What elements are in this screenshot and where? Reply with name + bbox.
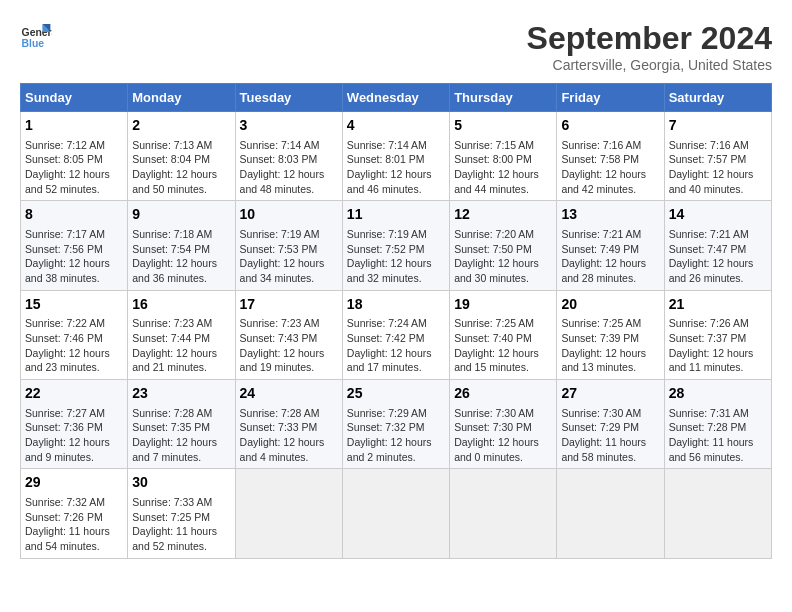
day-number: 16	[132, 295, 230, 315]
day-number: 24	[240, 384, 338, 404]
day-info: Sunrise: 7:26 AM Sunset: 7:37 PM Dayligh…	[669, 316, 767, 375]
table-row: 17 Sunrise: 7:23 AM Sunset: 7:43 PM Dayl…	[235, 290, 342, 379]
header-saturday: Saturday	[664, 84, 771, 112]
day-number: 6	[561, 116, 659, 136]
page-header: General Blue September 2024 Cartersville…	[20, 20, 772, 73]
day-number: 5	[454, 116, 552, 136]
table-row: 19 Sunrise: 7:25 AM Sunset: 7:40 PM Dayl…	[450, 290, 557, 379]
day-info: Sunrise: 7:28 AM Sunset: 7:35 PM Dayligh…	[132, 406, 230, 465]
table-row: 21 Sunrise: 7:26 AM Sunset: 7:37 PM Dayl…	[664, 290, 771, 379]
day-number: 23	[132, 384, 230, 404]
table-row: 23 Sunrise: 7:28 AM Sunset: 7:35 PM Dayl…	[128, 380, 235, 469]
day-info: Sunrise: 7:28 AM Sunset: 7:33 PM Dayligh…	[240, 406, 338, 465]
day-info: Sunrise: 7:21 AM Sunset: 7:47 PM Dayligh…	[669, 227, 767, 286]
table-row: 25 Sunrise: 7:29 AM Sunset: 7:32 PM Dayl…	[342, 380, 449, 469]
day-info: Sunrise: 7:24 AM Sunset: 7:42 PM Dayligh…	[347, 316, 445, 375]
table-row: 1 Sunrise: 7:12 AM Sunset: 8:05 PM Dayli…	[21, 112, 128, 201]
table-row: 5 Sunrise: 7:15 AM Sunset: 8:00 PM Dayli…	[450, 112, 557, 201]
day-info: Sunrise: 7:25 AM Sunset: 7:39 PM Dayligh…	[561, 316, 659, 375]
table-row: 20 Sunrise: 7:25 AM Sunset: 7:39 PM Dayl…	[557, 290, 664, 379]
logo: General Blue	[20, 20, 52, 52]
table-row: 4 Sunrise: 7:14 AM Sunset: 8:01 PM Dayli…	[342, 112, 449, 201]
day-number: 25	[347, 384, 445, 404]
logo-icon: General Blue	[20, 20, 52, 52]
day-info: Sunrise: 7:14 AM Sunset: 8:01 PM Dayligh…	[347, 138, 445, 197]
table-row: 29 Sunrise: 7:32 AM Sunset: 7:26 PM Dayl…	[21, 469, 128, 558]
day-number: 15	[25, 295, 123, 315]
day-number: 1	[25, 116, 123, 136]
table-row: 13 Sunrise: 7:21 AM Sunset: 7:49 PM Dayl…	[557, 201, 664, 290]
svg-text:Blue: Blue	[22, 38, 45, 49]
table-row	[557, 469, 664, 558]
day-number: 19	[454, 295, 552, 315]
table-row: 30 Sunrise: 7:33 AM Sunset: 7:25 PM Dayl…	[128, 469, 235, 558]
day-info: Sunrise: 7:22 AM Sunset: 7:46 PM Dayligh…	[25, 316, 123, 375]
day-number: 21	[669, 295, 767, 315]
day-info: Sunrise: 7:16 AM Sunset: 7:58 PM Dayligh…	[561, 138, 659, 197]
table-row: 24 Sunrise: 7:28 AM Sunset: 7:33 PM Dayl…	[235, 380, 342, 469]
day-info: Sunrise: 7:20 AM Sunset: 7:50 PM Dayligh…	[454, 227, 552, 286]
day-info: Sunrise: 7:30 AM Sunset: 7:30 PM Dayligh…	[454, 406, 552, 465]
table-row	[664, 469, 771, 558]
day-number: 10	[240, 205, 338, 225]
day-number: 22	[25, 384, 123, 404]
day-number: 26	[454, 384, 552, 404]
day-info: Sunrise: 7:18 AM Sunset: 7:54 PM Dayligh…	[132, 227, 230, 286]
day-number: 12	[454, 205, 552, 225]
table-row: 7 Sunrise: 7:16 AM Sunset: 7:57 PM Dayli…	[664, 112, 771, 201]
calendar-header-row: Sunday Monday Tuesday Wednesday Thursday…	[21, 84, 772, 112]
table-row: 9 Sunrise: 7:18 AM Sunset: 7:54 PM Dayli…	[128, 201, 235, 290]
table-row: 27 Sunrise: 7:30 AM Sunset: 7:29 PM Dayl…	[557, 380, 664, 469]
day-info: Sunrise: 7:14 AM Sunset: 8:03 PM Dayligh…	[240, 138, 338, 197]
day-number: 27	[561, 384, 659, 404]
calendar-table: Sunday Monday Tuesday Wednesday Thursday…	[20, 83, 772, 559]
day-info: Sunrise: 7:19 AM Sunset: 7:53 PM Dayligh…	[240, 227, 338, 286]
table-row: 26 Sunrise: 7:30 AM Sunset: 7:30 PM Dayl…	[450, 380, 557, 469]
day-number: 4	[347, 116, 445, 136]
table-row: 11 Sunrise: 7:19 AM Sunset: 7:52 PM Dayl…	[342, 201, 449, 290]
day-number: 2	[132, 116, 230, 136]
calendar-subtitle: Cartersville, Georgia, United States	[527, 57, 772, 73]
day-info: Sunrise: 7:21 AM Sunset: 7:49 PM Dayligh…	[561, 227, 659, 286]
calendar-title: September 2024	[527, 20, 772, 57]
title-section: September 2024 Cartersville, Georgia, Un…	[527, 20, 772, 73]
header-thursday: Thursday	[450, 84, 557, 112]
day-info: Sunrise: 7:31 AM Sunset: 7:28 PM Dayligh…	[669, 406, 767, 465]
day-info: Sunrise: 7:33 AM Sunset: 7:25 PM Dayligh…	[132, 495, 230, 554]
table-row: 8 Sunrise: 7:17 AM Sunset: 7:56 PM Dayli…	[21, 201, 128, 290]
day-info: Sunrise: 7:19 AM Sunset: 7:52 PM Dayligh…	[347, 227, 445, 286]
table-row: 3 Sunrise: 7:14 AM Sunset: 8:03 PM Dayli…	[235, 112, 342, 201]
day-info: Sunrise: 7:23 AM Sunset: 7:44 PM Dayligh…	[132, 316, 230, 375]
day-number: 29	[25, 473, 123, 493]
day-number: 28	[669, 384, 767, 404]
table-row: 22 Sunrise: 7:27 AM Sunset: 7:36 PM Dayl…	[21, 380, 128, 469]
day-info: Sunrise: 7:13 AM Sunset: 8:04 PM Dayligh…	[132, 138, 230, 197]
day-number: 7	[669, 116, 767, 136]
day-info: Sunrise: 7:29 AM Sunset: 7:32 PM Dayligh…	[347, 406, 445, 465]
day-number: 8	[25, 205, 123, 225]
day-info: Sunrise: 7:16 AM Sunset: 7:57 PM Dayligh…	[669, 138, 767, 197]
day-number: 13	[561, 205, 659, 225]
table-row: 28 Sunrise: 7:31 AM Sunset: 7:28 PM Dayl…	[664, 380, 771, 469]
table-row: 16 Sunrise: 7:23 AM Sunset: 7:44 PM Dayl…	[128, 290, 235, 379]
header-monday: Monday	[128, 84, 235, 112]
table-row: 14 Sunrise: 7:21 AM Sunset: 7:47 PM Dayl…	[664, 201, 771, 290]
header-sunday: Sunday	[21, 84, 128, 112]
day-number: 20	[561, 295, 659, 315]
day-info: Sunrise: 7:12 AM Sunset: 8:05 PM Dayligh…	[25, 138, 123, 197]
day-info: Sunrise: 7:15 AM Sunset: 8:00 PM Dayligh…	[454, 138, 552, 197]
day-info: Sunrise: 7:17 AM Sunset: 7:56 PM Dayligh…	[25, 227, 123, 286]
day-number: 3	[240, 116, 338, 136]
day-info: Sunrise: 7:23 AM Sunset: 7:43 PM Dayligh…	[240, 316, 338, 375]
table-row	[450, 469, 557, 558]
day-number: 14	[669, 205, 767, 225]
day-info: Sunrise: 7:30 AM Sunset: 7:29 PM Dayligh…	[561, 406, 659, 465]
day-number: 30	[132, 473, 230, 493]
table-row	[235, 469, 342, 558]
day-info: Sunrise: 7:25 AM Sunset: 7:40 PM Dayligh…	[454, 316, 552, 375]
header-tuesday: Tuesday	[235, 84, 342, 112]
table-row: 12 Sunrise: 7:20 AM Sunset: 7:50 PM Dayl…	[450, 201, 557, 290]
table-row: 18 Sunrise: 7:24 AM Sunset: 7:42 PM Dayl…	[342, 290, 449, 379]
header-wednesday: Wednesday	[342, 84, 449, 112]
day-number: 11	[347, 205, 445, 225]
